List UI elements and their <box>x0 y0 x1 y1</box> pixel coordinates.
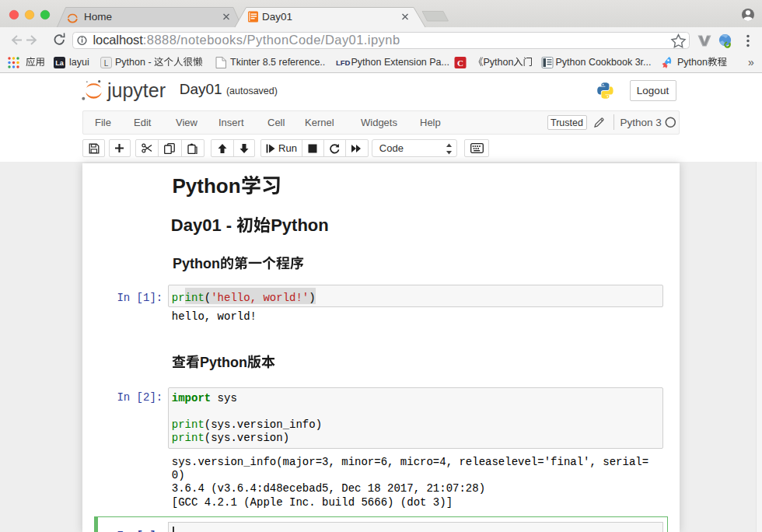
svg-text:LFD: LFD <box>336 58 351 67</box>
svg-text:C: C <box>457 58 463 68</box>
svg-text:L: L <box>104 59 109 68</box>
svg-text:La: La <box>55 59 64 67</box>
